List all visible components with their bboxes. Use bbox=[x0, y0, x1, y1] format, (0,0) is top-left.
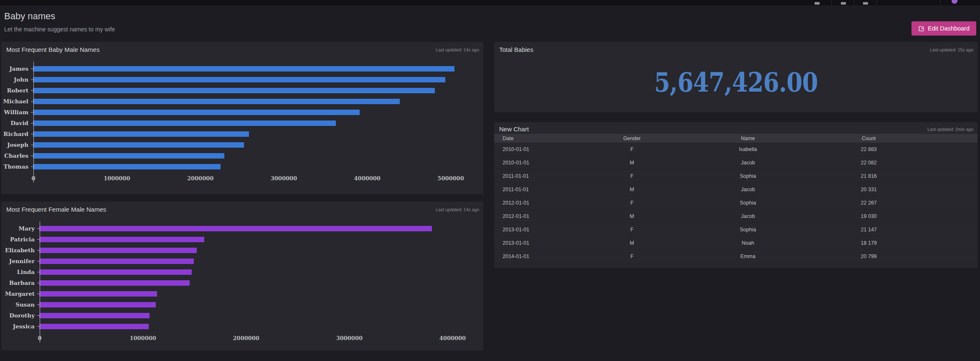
table-cell-count: 22 267 bbox=[808, 200, 929, 206]
table-cell-gender: M bbox=[576, 160, 688, 166]
x-tick-label: 5000000 bbox=[437, 175, 464, 182]
table-header-row: Date Gender Name Count bbox=[494, 134, 977, 143]
table-cell-gender: M bbox=[576, 187, 688, 192]
column-header-name: Name bbox=[688, 136, 808, 141]
bar bbox=[39, 302, 156, 307]
table-cell-name: Jacob bbox=[688, 187, 808, 192]
bar bbox=[33, 99, 400, 104]
bar-category-label: Thomas bbox=[1, 163, 31, 170]
edit-icon bbox=[918, 26, 924, 32]
bar bbox=[39, 259, 194, 264]
table-cell-count: 21 147 bbox=[808, 227, 929, 233]
y-axis-line bbox=[40, 221, 40, 343]
x-tick-label: 0 bbox=[31, 175, 35, 182]
bar bbox=[39, 269, 192, 275]
x-axis: 01000000200000030000004000000 bbox=[40, 332, 469, 343]
bar-row: Jennifer bbox=[1, 256, 476, 266]
bar-category-label: Barbara bbox=[1, 279, 37, 286]
bar bbox=[33, 110, 360, 115]
bar bbox=[33, 120, 336, 126]
panel-title: New Chart bbox=[499, 125, 529, 133]
x-tick-label: 4000000 bbox=[439, 335, 466, 341]
bar-category-label: Linda bbox=[1, 269, 37, 275]
top-bar bbox=[0, 0, 980, 5]
table-cell-count: 22 082 bbox=[808, 160, 929, 166]
x-axis: 010000002000000300000040000005000000 bbox=[33, 172, 465, 183]
x-tick-label: 3000000 bbox=[336, 335, 363, 341]
table-cell-name: Sophia bbox=[688, 227, 808, 233]
bar-category-label: Michael bbox=[1, 98, 31, 105]
bar-row: Joseph bbox=[1, 139, 474, 150]
bar-category-label: Elizabeth bbox=[1, 247, 37, 253]
column-header-gender: Gender bbox=[576, 136, 688, 141]
bar-category-label: Mary bbox=[1, 225, 37, 232]
page-title: Baby names bbox=[4, 11, 55, 22]
table-cell-date: 2014-01-01 bbox=[494, 267, 576, 268]
table-cell-name: Emma bbox=[688, 253, 808, 259]
table-cell-name: Sophia bbox=[688, 173, 808, 179]
table-row: 2011-01-01MJacob20 331 bbox=[494, 183, 977, 196]
user-avatar-icon[interactable] bbox=[952, 0, 957, 4]
table-row: 2013-01-01MNoah18 179 bbox=[494, 236, 977, 250]
y-axis-line bbox=[33, 61, 34, 183]
table-row: 2014-01-01FEmma20 799 bbox=[494, 250, 977, 263]
table-row: 2010-01-01FIsabella22 883 bbox=[494, 143, 977, 156]
female-names-bar-chart: MaryPatriciaElizabethJenniferLindaBarbar… bbox=[1, 223, 483, 343]
toolbar-icon-3[interactable] bbox=[863, 2, 868, 5]
bar-category-label: James bbox=[1, 65, 31, 72]
bar bbox=[33, 131, 249, 137]
table-cell-name: Jacob bbox=[688, 213, 808, 219]
panel-new-chart: New Chart Last updated: 2min ago Date Ge… bbox=[494, 122, 977, 268]
table-cell-count: 22 883 bbox=[808, 146, 929, 152]
bar-row: John bbox=[1, 74, 474, 85]
table-cell-date: 2013-01-01 bbox=[494, 227, 576, 233]
bar-category-label: Robert bbox=[1, 87, 31, 94]
bar-row: Margaret bbox=[1, 288, 476, 299]
bar bbox=[39, 291, 157, 297]
edit-dashboard-label: Edit Dashboard bbox=[928, 25, 970, 32]
table-scroll-area[interactable]: 2010-01-01FIsabella22 8832010-01-01MJaco… bbox=[494, 143, 977, 268]
table-cell-name: Sophia bbox=[688, 200, 808, 206]
last-updated-label: Last updated: 2min ago bbox=[927, 127, 973, 132]
table-cell-gender: F bbox=[576, 200, 688, 206]
bar bbox=[39, 313, 150, 318]
bar-row: William bbox=[1, 107, 474, 118]
bar-category-label: Margaret bbox=[1, 290, 37, 297]
toolbar-divider bbox=[876, 0, 877, 5]
toolbar-divider bbox=[854, 0, 854, 5]
bar-row: Susan bbox=[1, 299, 476, 310]
x-tick-label: 3000000 bbox=[271, 175, 297, 182]
table-cell-date: 2012-01-01 bbox=[494, 213, 576, 219]
bar-category-label: Dorothy bbox=[1, 312, 37, 319]
panel-title: Most Frequent Female Male Names bbox=[6, 206, 106, 213]
bar-row: Richard bbox=[1, 128, 474, 139]
bar-row: Dorothy bbox=[1, 310, 476, 321]
table-row: 2012-01-01MJacob19 030 bbox=[494, 210, 977, 223]
toolbar-divider bbox=[831, 0, 832, 5]
bar-category-label: William bbox=[1, 109, 31, 115]
toolbar-icon-1[interactable] bbox=[815, 2, 820, 5]
edit-dashboard-button[interactable]: Edit Dashboard bbox=[911, 21, 976, 36]
x-tick-label: 2000000 bbox=[233, 335, 259, 341]
bar-row: Barbara bbox=[1, 277, 476, 288]
last-updated-label: Last updated: 14s ago bbox=[436, 47, 479, 52]
table-cell-count: 19 030 bbox=[808, 213, 929, 219]
total-babies-value: 5,647,426.00 bbox=[654, 67, 818, 98]
table-cell-count: 19 144 bbox=[808, 267, 929, 268]
toolbar-icon-2[interactable] bbox=[841, 2, 846, 5]
bar-category-label: Susan bbox=[1, 301, 37, 308]
table-cell-date: 2012-01-01 bbox=[494, 200, 576, 206]
bar bbox=[39, 248, 197, 253]
panel-title: Total Babies bbox=[499, 46, 533, 53]
bar-category-label: Richard bbox=[1, 131, 31, 137]
table-cell-name: Noah bbox=[688, 240, 808, 246]
bar-category-label: John bbox=[1, 76, 31, 83]
bar-category-label: Jessica bbox=[1, 323, 37, 330]
bar-row: Charles bbox=[1, 150, 474, 161]
table-row: 2012-01-01FSophia22 267 bbox=[494, 196, 977, 210]
bar-category-label: Joseph bbox=[1, 141, 31, 148]
column-header-date: Date bbox=[494, 136, 576, 141]
bar bbox=[33, 164, 221, 169]
bar-row: Patricia bbox=[1, 234, 476, 245]
table-row: 2014-01-01MNoah19 144 bbox=[494, 263, 977, 268]
